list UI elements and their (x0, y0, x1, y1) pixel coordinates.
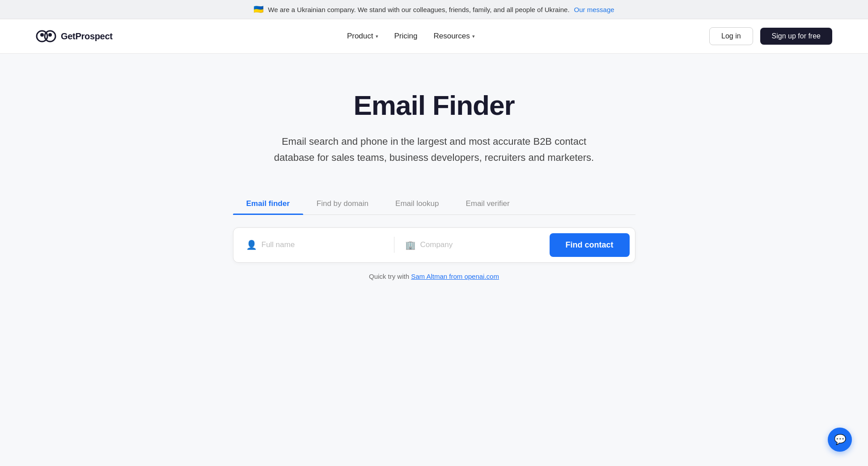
logo-icon (36, 29, 56, 43)
tab-email-finder[interactable]: Email finder (233, 193, 303, 214)
svg-point-2 (40, 33, 44, 37)
banner-message: We are a Ukrainian company. We stand wit… (268, 6, 569, 13)
svg-point-3 (48, 33, 52, 37)
nav-resources-label: Resources (433, 32, 470, 41)
nav-product-label: Product (347, 32, 373, 41)
tab-email-finder-label: Email finder (246, 199, 290, 208)
find-contact-button[interactable]: Find contact (550, 233, 630, 257)
nav-product-chevron-icon: ▾ (376, 34, 378, 39)
tab-find-by-domain[interactable]: Find by domain (303, 193, 382, 214)
logo-text: GetProspect (61, 31, 113, 42)
nav-resources-chevron-icon: ▾ (472, 34, 475, 39)
main-content: Email Finder Email search and phone in t… (0, 54, 868, 280)
quick-try-link[interactable]: Sam Altman from openai.com (411, 273, 499, 280)
banner-link[interactable]: Our message (574, 6, 614, 13)
fullname-field: 👤 (242, 236, 390, 254)
company-icon: 🏢 (405, 240, 416, 250)
nav-product[interactable]: Product ▾ (347, 32, 378, 41)
login-button[interactable]: Log in (709, 27, 753, 45)
nav-pricing-label: Pricing (394, 32, 418, 41)
tabs: Email finder Find by domain Email lookup… (233, 193, 635, 215)
tab-email-verifier-label: Email verifier (466, 199, 509, 208)
ukraine-flag: 🇺🇦 (254, 4, 263, 14)
quick-try: Quick try with Sam Altman from openai.co… (233, 273, 635, 280)
field-divider (394, 237, 394, 253)
tab-find-by-domain-label: Find by domain (317, 199, 368, 208)
header: GetProspect Product ▾ Pricing Resources … (0, 19, 868, 54)
nav-right: Log in Sign up for free (709, 27, 832, 45)
chat-bubble[interactable]: 💬 (828, 428, 852, 452)
company-input[interactable] (420, 240, 542, 249)
tab-email-lookup-label: Email lookup (395, 199, 439, 208)
nav-pricing[interactable]: Pricing (394, 32, 418, 41)
hero-subtitle: Email search and phone in the largest an… (267, 134, 602, 166)
hero-title: Email Finder (353, 89, 514, 121)
logo[interactable]: GetProspect (36, 29, 113, 43)
person-icon: 👤 (246, 239, 257, 250)
tabs-container: Email finder Find by domain Email lookup… (233, 193, 635, 280)
signup-button[interactable]: Sign up for free (760, 28, 832, 45)
tab-email-lookup[interactable]: Email lookup (382, 193, 452, 214)
tab-email-verifier[interactable]: Email verifier (452, 193, 523, 214)
search-box: 👤 🏢 Find contact (233, 227, 635, 263)
top-banner: 🇺🇦 We are a Ukrainian company. We stand … (0, 0, 868, 19)
main-nav: Product ▾ Pricing Resources ▾ (347, 32, 475, 41)
nav-resources[interactable]: Resources ▾ (433, 32, 474, 41)
chat-icon: 💬 (834, 434, 846, 445)
quick-try-prefix: Quick try with (369, 273, 409, 280)
company-field: 🏢 (398, 236, 550, 254)
fullname-input[interactable] (262, 240, 383, 249)
